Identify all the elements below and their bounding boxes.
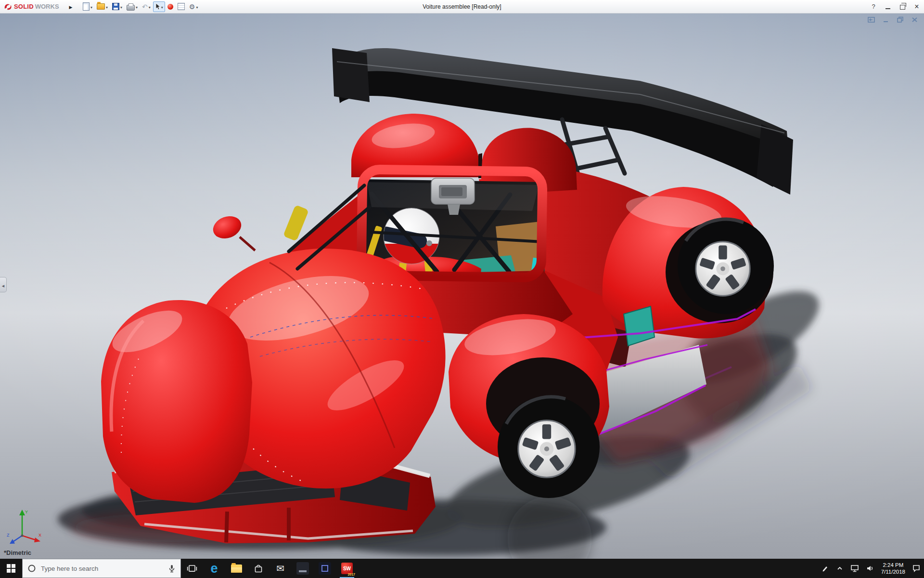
task-view-button[interactable] xyxy=(181,559,203,578)
pen-tray-button[interactable] xyxy=(818,559,833,578)
main-toolbar xyxy=(81,1,200,12)
volume-tray-button[interactable] xyxy=(862,559,878,578)
document-window-controls xyxy=(867,16,919,24)
network-tray-button[interactable] xyxy=(847,559,862,578)
z-axis-label: Z xyxy=(7,533,10,538)
y-axis-label: Y xyxy=(25,510,28,514)
help-button[interactable]: ? xyxy=(866,0,881,13)
network-icon xyxy=(850,564,859,573)
taskbar-clock[interactable]: 2:24 PM 7/11/2018 xyxy=(878,559,909,578)
volume-icon xyxy=(866,565,874,572)
solidworks-window: SOLIDWORKS xyxy=(0,0,924,578)
edge-icon: e xyxy=(210,562,218,575)
minimize-icon xyxy=(886,8,890,9)
options-button[interactable] xyxy=(187,1,200,12)
mail-icon xyxy=(277,563,285,574)
action-center-button[interactable] xyxy=(909,559,924,578)
panel-collapse-arrow[interactable] xyxy=(0,277,7,292)
solidworks-taskbar-button[interactable]: SW 2017 xyxy=(336,559,358,578)
action-center-icon xyxy=(912,564,921,573)
solidworks-logo: SOLIDWORKS xyxy=(3,2,66,12)
x-axis-label: X xyxy=(38,533,41,538)
print-icon xyxy=(127,5,135,11)
graphics-viewport[interactable]: Y X Z *Dimetric xyxy=(0,13,924,559)
file-explorer-icon xyxy=(231,565,242,573)
save-dropdown[interactable] xyxy=(119,3,122,10)
chevron-up-icon xyxy=(836,565,844,572)
edge-button[interactable]: e xyxy=(203,559,225,578)
search-input[interactable] xyxy=(40,565,164,573)
appearance-button[interactable] xyxy=(166,1,175,12)
windows-taskbar: e SW 2017 xyxy=(0,559,924,578)
store-bag-icon xyxy=(253,563,264,574)
print-button[interactable] xyxy=(125,1,140,12)
file-explorer-button[interactable] xyxy=(225,559,247,578)
view-orientation-label: *Dimetric xyxy=(4,549,31,556)
dark-app-2-icon xyxy=(319,562,331,575)
sheet-format-icon xyxy=(178,3,185,10)
minimize-document-icon xyxy=(882,16,890,24)
pen-icon xyxy=(821,565,829,572)
undo-dropdown[interactable] xyxy=(148,3,151,10)
system-tray: 2:24 PM 7/11/2018 xyxy=(818,559,924,578)
select-tool-dropdown[interactable] xyxy=(160,3,163,10)
x-axis-arrow xyxy=(34,538,40,542)
minimize-button[interactable] xyxy=(881,0,895,13)
taskbar-search[interactable] xyxy=(22,559,181,578)
clock-date: 7/11/2018 xyxy=(881,568,905,575)
car-3d-model[interactable] xyxy=(0,13,924,559)
undo-button[interactable] xyxy=(140,1,153,12)
new-document-icon xyxy=(83,2,90,11)
mail-button[interactable] xyxy=(270,559,292,578)
reattach-pane-icon xyxy=(867,16,876,24)
open-icon xyxy=(97,3,105,10)
open-button[interactable] xyxy=(95,1,110,12)
restore-document-button[interactable] xyxy=(896,16,905,24)
undo-icon xyxy=(142,3,148,11)
y-axis-arrow xyxy=(19,510,25,515)
select-tool-button[interactable] xyxy=(153,1,165,12)
new-document-button[interactable] xyxy=(81,1,94,12)
left-front-fender[interactable] xyxy=(101,300,252,503)
restore-document-icon xyxy=(896,16,905,24)
save-button[interactable] xyxy=(110,1,124,12)
close-button[interactable] xyxy=(910,0,924,13)
sheet-format-button[interactable] xyxy=(176,1,187,12)
task-view-icon xyxy=(187,563,197,574)
dark-app-1-icon xyxy=(296,562,309,575)
store-button[interactable] xyxy=(247,559,270,578)
titlebar: SOLIDWORKS xyxy=(0,0,924,13)
select-cursor-icon xyxy=(155,3,160,10)
dark-app-2-button[interactable] xyxy=(314,559,336,578)
dark-app-1-button[interactable] xyxy=(292,559,314,578)
collapse-arrow-icon xyxy=(2,280,4,289)
ds-logo-icon xyxy=(3,2,13,12)
maximize-restore-button[interactable] xyxy=(895,0,910,13)
brand-text-solid: SOLID xyxy=(14,3,34,10)
open-dropdown[interactable] xyxy=(105,3,108,10)
appearance-sphere-icon xyxy=(167,4,173,10)
start-button[interactable] xyxy=(0,559,22,578)
microphone-icon[interactable] xyxy=(168,564,176,573)
document-title: Voiture assemblee [Read-only] xyxy=(423,3,501,10)
orientation-triad: Y X Z xyxy=(6,506,44,546)
options-dropdown[interactable] xyxy=(195,3,198,10)
toolbar-flyout-arrow[interactable] xyxy=(66,3,75,10)
brand-text-works: WORKS xyxy=(35,3,59,10)
print-dropdown[interactable] xyxy=(135,3,138,10)
help-icon: ? xyxy=(872,3,875,10)
hidden-icons-button[interactable] xyxy=(833,559,847,578)
close-document-icon xyxy=(911,16,919,24)
new-document-dropdown[interactable] xyxy=(90,3,92,10)
window-controls: ? xyxy=(866,0,924,13)
minimize-document-button[interactable] xyxy=(882,16,890,24)
close-icon xyxy=(914,2,919,11)
clock-time: 2:24 PM xyxy=(883,562,903,568)
reattach-pane-button[interactable] xyxy=(867,16,876,24)
restore-icon xyxy=(900,5,905,10)
rear-rim xyxy=(696,242,750,296)
close-document-button[interactable] xyxy=(911,16,919,24)
search-circle-icon xyxy=(27,564,36,573)
flyout-arrow-icon xyxy=(69,3,73,10)
solidworks-version-badge: 2017 xyxy=(347,573,355,576)
